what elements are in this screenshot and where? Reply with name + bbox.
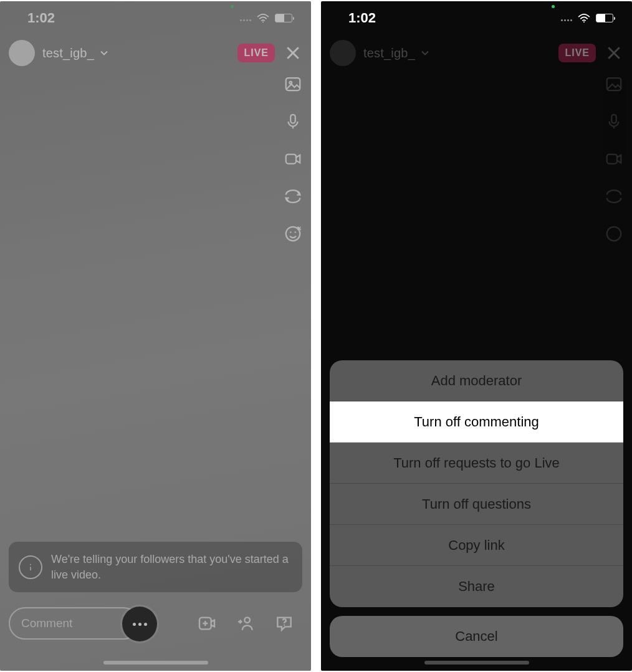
- info-text: We're telling your followers that you've…: [51, 552, 292, 582]
- switch-camera-icon[interactable]: [284, 187, 302, 206]
- live-header: test_igb_ LIVE: [321, 31, 632, 69]
- home-indicator: [103, 661, 208, 665]
- svg-rect-25: [611, 115, 616, 123]
- svg-point-9: [290, 231, 292, 233]
- more-options-button[interactable]: [122, 607, 157, 641]
- sheet-item-copy-link[interactable]: Copy link: [330, 525, 623, 566]
- add-video-icon[interactable]: [197, 613, 217, 633]
- cancel-button[interactable]: Cancel: [330, 616, 623, 657]
- svg-rect-27: [607, 155, 617, 164]
- face-filter-icon[interactable]: [284, 224, 302, 243]
- svg-rect-24: [607, 78, 621, 90]
- live-badge: LIVE: [237, 44, 275, 62]
- status-right-icons: [240, 13, 292, 23]
- video-icon[interactable]: [284, 150, 302, 168]
- side-toolbar: [605, 75, 623, 243]
- battery-icon: [275, 14, 292, 22]
- sheet-item-turn-off-commenting[interactable]: Turn off commenting: [330, 401, 623, 443]
- info-icon: [19, 555, 42, 579]
- status-time: 1:02: [27, 10, 55, 26]
- username-label: test_igb_: [363, 46, 431, 60]
- avatar: [330, 40, 356, 66]
- sheet-item-turn-off-questions[interactable]: Turn off questions: [330, 484, 623, 525]
- username-text: test_igb_: [42, 46, 94, 60]
- svg-point-10: [295, 231, 297, 233]
- phone-screenshot-right: 1:02 test_igb_ LIVE: [321, 1, 632, 671]
- svg-point-8: [286, 227, 300, 241]
- svg-rect-7: [286, 155, 296, 164]
- side-toolbar: [284, 75, 302, 243]
- status-time: 1:02: [348, 10, 376, 26]
- wifi-icon: [256, 13, 270, 23]
- live-header: test_igb_ LIVE: [0, 31, 311, 69]
- recording-indicator-dot: [231, 5, 234, 8]
- username-label[interactable]: test_igb_: [42, 46, 110, 60]
- invite-guest-icon[interactable]: [236, 613, 256, 633]
- face-filter-icon: [605, 224, 623, 243]
- info-banner: We're telling your followers that you've…: [9, 542, 302, 592]
- sheet-item-turn-off-requests[interactable]: Turn off requests to go Live: [330, 443, 623, 484]
- switch-camera-icon: [605, 187, 623, 206]
- svg-point-20: [284, 625, 285, 626]
- comment-input[interactable]: Comment: [9, 607, 140, 640]
- home-indicator: [424, 661, 529, 665]
- microphone-icon: [605, 112, 623, 131]
- wifi-icon: [577, 13, 591, 23]
- recording-indicator-dot: [552, 5, 555, 8]
- svg-point-0: [262, 21, 264, 22]
- chevron-down-icon: [98, 47, 110, 59]
- live-badge: LIVE: [558, 44, 596, 62]
- video-icon: [605, 150, 623, 168]
- image-icon[interactable]: [284, 75, 302, 94]
- avatar[interactable]: [9, 40, 35, 66]
- close-icon[interactable]: [284, 44, 302, 62]
- sheet-item-add-moderator[interactable]: Add moderator: [330, 360, 623, 401]
- questions-icon[interactable]: [274, 613, 294, 633]
- chevron-down-icon: [419, 47, 431, 59]
- status-bar: 1:02: [321, 1, 632, 31]
- cell-signal-icon: [240, 15, 251, 21]
- action-sheet-container: Add moderator Turn off commenting Turn o…: [330, 360, 623, 657]
- svg-point-21: [583, 21, 585, 22]
- svg-point-18: [244, 617, 250, 623]
- svg-rect-5: [290, 115, 295, 123]
- phone-screenshot-left: 1:02 test_igb_ LIVE: [0, 1, 311, 671]
- cell-signal-icon: [561, 15, 572, 21]
- svg-rect-3: [286, 78, 300, 90]
- comment-placeholder: Comment: [21, 617, 72, 630]
- username-text: test_igb_: [363, 46, 415, 60]
- status-right-icons: [561, 13, 613, 23]
- battery-icon: [596, 14, 613, 22]
- sheet-item-share[interactable]: Share: [330, 566, 623, 607]
- image-icon: [605, 75, 623, 94]
- svg-point-13: [30, 564, 31, 565]
- status-bar: 1:02: [0, 1, 311, 31]
- microphone-icon[interactable]: [284, 112, 302, 131]
- svg-point-28: [607, 227, 621, 241]
- close-icon: [605, 44, 623, 62]
- action-sheet: Add moderator Turn off commenting Turn o…: [330, 360, 623, 607]
